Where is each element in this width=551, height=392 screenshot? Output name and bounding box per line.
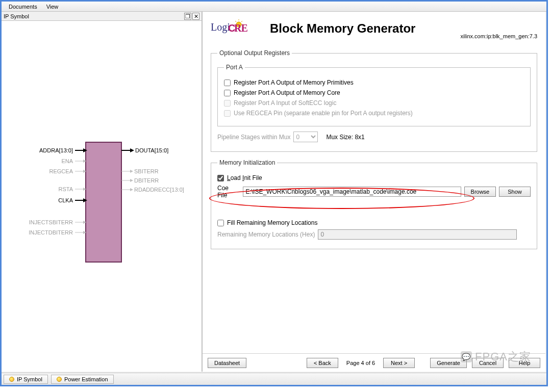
- reg-core-label: Register Port A Output of Memory Core: [234, 89, 340, 96]
- svg-marker-21: [130, 188, 133, 191]
- port-injectdbiterr: INJECTDBITERR: [29, 229, 73, 236]
- port-a-legend: Port A: [224, 64, 245, 71]
- tab-ip-symbol[interactable]: IP Symbol: [4, 375, 48, 384]
- port-clka: CLKA: [58, 197, 73, 203]
- svg-marker-15: [130, 148, 134, 152]
- port-addra: ADDRA[13:0]: [39, 147, 73, 153]
- left-pane: IP Symbol ❐ ✕ ADDRA[13:0] ENA REGCEA: [2, 12, 202, 372]
- next-button[interactable]: Next >: [383, 358, 415, 368]
- remaining-hex-label: Remaining Memory Locations (Hex): [217, 231, 315, 238]
- ip-block-shape: [86, 142, 121, 262]
- svg-text:RE: RE: [234, 22, 247, 34]
- close-icon[interactable]: ✕: [192, 13, 199, 20]
- watermark: 💬 FPGA之家: [461, 349, 531, 364]
- load-init-file-checkbox[interactable]: [217, 175, 224, 181]
- load-init-file-label: Load Init File: [227, 174, 262, 181]
- browse-button[interactable]: Browse: [464, 187, 496, 197]
- show-button[interactable]: Show: [499, 187, 531, 197]
- form-area: Optional Output Registers Port A Registe…: [209, 43, 539, 353]
- wizard-title: Block Memory Generator: [270, 21, 454, 36]
- right-pane: Logi C RE Block Memory Generator xilinx.…: [202, 12, 545, 372]
- remaining-hex-input: [318, 229, 517, 240]
- reg-primitives-label: Register Port A Output of Memory Primiti…: [234, 79, 354, 86]
- port-regcea: REGCEA: [49, 168, 73, 174]
- reg-core-checkbox[interactable]: [224, 90, 231, 96]
- ip-symbol-canvas: ADDRA[13:0] ENA REGCEA RSTA CLKA: [2, 21, 202, 372]
- menubar: Documents View: [2, 2, 546, 12]
- undock-icon[interactable]: ❐: [184, 13, 191, 20]
- reg-softecc-checkbox: [224, 100, 231, 107]
- tab-power-estimation[interactable]: Power Estimation: [51, 375, 114, 384]
- wechat-icon: 💬: [461, 351, 472, 362]
- ip-symbol-panel-title: IP Symbol: [4, 13, 183, 19]
- port-rsta: RSTA: [58, 186, 73, 192]
- datasheet-button[interactable]: Datasheet: [208, 358, 246, 368]
- port-injectsbiterr: INJECTSBITERR: [29, 219, 73, 225]
- port-sbiterr: SBITERR: [134, 168, 159, 174]
- svg-line-28: [241, 21, 242, 22]
- coe-file-path-input[interactable]: [243, 187, 461, 197]
- svg-marker-17: [130, 170, 133, 173]
- page-indicator: Page 4 of 6: [343, 360, 378, 366]
- ip-vlnv: xilinx.com:ip:blk_mem_gen:7.3: [461, 33, 537, 39]
- optional-output-registers-legend: Optional Output Registers: [217, 49, 292, 57]
- tab-strip: IP Symbol Power Estimation: [2, 373, 546, 385]
- menu-documents[interactable]: Documents: [5, 3, 41, 11]
- port-rdaddrecc: RDADDRECC[13:0]: [134, 187, 184, 193]
- reg-primitives-checkbox[interactable]: [224, 80, 231, 86]
- fill-remaining-checkbox[interactable]: [217, 220, 224, 226]
- port-douta: DOUTA[15:0]: [135, 147, 168, 153]
- logicore-logo: Logi C RE: [211, 19, 251, 38]
- port-dbiterr: DBITERR: [134, 177, 159, 184]
- svg-text:Logi: Logi: [211, 21, 230, 33]
- svg-marker-19: [130, 179, 133, 182]
- use-regcea-checkbox: [224, 110, 231, 117]
- bulb-icon: [9, 377, 14, 382]
- memory-initialization-legend: Memory Initialization: [217, 159, 277, 166]
- back-button[interactable]: < Back: [307, 358, 338, 368]
- fill-remaining-label: Fill Remaining Memory Locations: [227, 219, 317, 226]
- coe-file-label: Coe File: [217, 185, 240, 199]
- mux-size-label: Mux Size: 8x1: [326, 134, 364, 141]
- reg-softecc-label: Register Port A Input of SoftECC logic: [234, 99, 336, 107]
- port-ena: ENA: [61, 158, 73, 164]
- svg-line-27: [235, 21, 236, 22]
- menu-view[interactable]: View: [42, 3, 63, 11]
- pipeline-stages-label: Pipeline Stages within Mux: [217, 134, 290, 141]
- ip-symbol-panel-header: IP Symbol ❐ ✕: [2, 12, 202, 21]
- bulb-icon: [57, 377, 62, 382]
- wizard-header: Logi C RE Block Memory Generator xilinx.…: [203, 12, 545, 41]
- pipeline-stages-select: 0: [293, 132, 318, 142]
- use-regcea-label: Use REGCEA Pin (separate enable pin for …: [234, 110, 413, 117]
